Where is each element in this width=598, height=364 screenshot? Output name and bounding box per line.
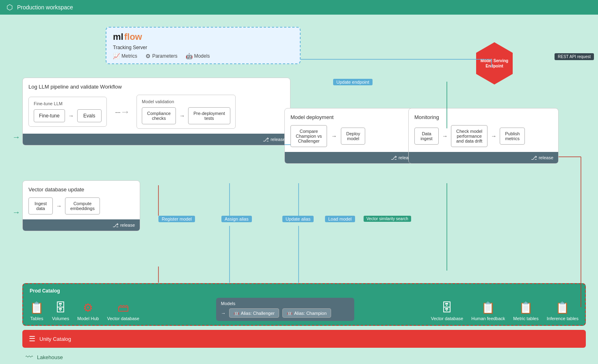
catalog-items-row: 📋 Tables 🗄 Volumes ⚙ Model Hub 🗃 Vector … — [30, 298, 578, 321]
release-icon-1: ⎇ — [263, 136, 269, 143]
model-hub-icon: ⚙ — [83, 301, 93, 314]
publish-metrics: Publish metrics — [500, 128, 525, 145]
model-hub-label: Model Hub — [77, 316, 99, 321]
lakehouse-bar: 〰 Lakehouse — [22, 353, 586, 362]
monitoring-release-text: ⎇ release — [531, 155, 553, 161]
rest-api-badge: REST API request — [555, 53, 594, 60]
top-bar: ⬡ Production workspace — [0, 0, 598, 15]
alias-champion: 🤖 Alias: Champion — [282, 308, 331, 318]
check-model-performance: Check model performance and data drift — [451, 125, 488, 147]
mlflow-metrics: 📈 Metrics — [113, 53, 137, 59]
catalog-model-hub: ⚙ Model Hub — [77, 301, 99, 321]
vector-db-title: Vector database update — [28, 186, 134, 193]
main-content: mlflow Tracking Server 📈 Metrics ⚙ Param… — [0, 15, 598, 364]
human-feedback-icon: 📋 — [481, 301, 495, 314]
monitoring-release-bar: ⎇ release — [409, 152, 558, 163]
lakehouse-icon: 〰 — [26, 353, 33, 362]
volumes-icon: 🗄 — [55, 301, 66, 314]
update-alias-badge: Update alias — [282, 216, 314, 222]
metric-tables-icon: 📋 — [519, 301, 533, 314]
model-validation-box: Model validation Compliance checks → Pre… — [136, 95, 236, 129]
models-aliases-row: → 🤖 Alias: Challenger 🤖 Alias: Champion — [221, 308, 349, 318]
mlflow-parameters: ⚙ Parameters — [145, 53, 178, 59]
workflow-title: Log LLM pipeline and validate Workflow — [28, 84, 284, 90]
vector-release-bar: ⎇ release — [23, 219, 140, 231]
load-model-badge: Load model — [325, 216, 355, 222]
compute-embeddings: Compute embeddings — [65, 197, 100, 214]
catalog-metric-tables: 📋 Metric tables — [513, 301, 538, 321]
metric-tables-label: Metric tables — [513, 316, 538, 321]
release-icon-2: ⎇ — [391, 155, 397, 161]
mlflow-box: mlflow Tracking Server 📈 Metrics ⚙ Param… — [106, 27, 301, 64]
arrow-deploy: → — [331, 133, 337, 139]
arrow-2: → — [179, 113, 185, 119]
green-arrow-2: → — [12, 208, 20, 217]
tracking-server-label: Tracking Server — [113, 45, 293, 50]
deploy-release-bar: ⎇ release — [285, 152, 418, 163]
catalog-vector-label: Vector database — [107, 316, 139, 321]
catalog-tables: 📋 Tables — [30, 301, 44, 321]
vector-right-label: Vector database — [431, 316, 464, 321]
vector-db-box: Vector database update Ingest data → Com… — [22, 180, 140, 231]
unity-catalog-icon: ☰ — [29, 334, 35, 343]
fine-tune-step2: Evals — [77, 109, 102, 122]
update-endpoint-badge: Update endpoint — [333, 79, 373, 85]
data-ingest: Data ingest — [414, 128, 439, 145]
mlflow-models: 🤖 Models — [186, 53, 210, 59]
fine-tune-box: Fine-tune LLM Fine-tune → Evals — [28, 97, 107, 127]
lakehouse-title: Lakehouse — [37, 354, 63, 360]
vector-db-icon: 🗃 — [117, 301, 129, 314]
tables-label: Tables — [30, 316, 43, 321]
catalog-vector-db: 🗃 Vector database — [107, 301, 139, 321]
model-serving-hexagon: Model Serving Endpoint — [476, 42, 513, 84]
fine-tune-step1: Fine-tune — [34, 109, 65, 122]
mlflow-logo: mlflow — [113, 32, 293, 42]
tables-icon: 📋 — [30, 301, 44, 314]
monitoring-box: Monitoring Data ingest → Check model per… — [408, 108, 559, 164]
mlflow-items-row: 📈 Metrics ⚙ Parameters 🤖 Models — [113, 53, 293, 59]
hexagon-text: Model Serving Endpoint — [476, 54, 513, 73]
models-catalog-box: Models → 🤖 Alias: Challenger 🤖 Alias: Ch… — [216, 298, 354, 321]
human-feedback-label: Human feedback — [471, 316, 505, 321]
assign-alias-badge: Assign alias — [221, 216, 252, 222]
workflow-release-bar: ⎇ release — [23, 134, 290, 145]
top-bar-icon: ⬡ — [6, 3, 13, 12]
models-arrow: → — [221, 310, 226, 316]
workflow-box: Log LLM pipeline and validate Workflow F… — [22, 78, 290, 145]
catalog-volumes: 🗄 Volumes — [52, 301, 69, 321]
vector-release-text: ⎇ release — [113, 222, 135, 228]
model-deployment-box: Model deployment Compare Champion vs Cha… — [284, 108, 418, 164]
green-arrow-1: → — [12, 132, 20, 142]
unity-catalog-title: Unity Catalog — [39, 336, 71, 342]
arrow-vec: → — [56, 203, 62, 209]
dashed-connector: - - → — [115, 106, 128, 117]
catalog-vector-db-right: 🗄 Vector database — [431, 301, 464, 321]
arrow-1: → — [68, 113, 74, 119]
unity-catalog-bar: ☰ Unity Catalog — [22, 330, 586, 348]
fine-tune-title: Fine-tune LLM — [34, 101, 102, 106]
release-icon-4: ⎇ — [113, 222, 119, 228]
compare-champion: Compare Champion vs Challenger — [290, 125, 327, 147]
compliance-checks: Compliance checks — [142, 107, 176, 124]
volumes-label: Volumes — [52, 316, 69, 321]
workflow-release-text: ⎇ release — [263, 136, 285, 143]
model-deployment-title: Model deployment — [290, 114, 412, 120]
prod-catalog-title: Prod Catalog — [30, 288, 578, 294]
prod-catalog: Prod Catalog 📋 Tables 🗄 Volumes ⚙ Model … — [22, 283, 586, 326]
vector-right-icon: 🗄 — [441, 301, 453, 314]
pre-deployment-tests: Pre-deployment tests — [188, 107, 230, 124]
alias-challenger: 🤖 Alias: Challenger — [229, 308, 279, 318]
arrow-mon-1: → — [442, 133, 448, 139]
hexagon-container: Model Serving Endpoint — [476, 42, 513, 84]
monitoring-title: Monitoring — [414, 114, 552, 120]
inference-tables-icon: 📋 — [555, 301, 570, 314]
top-bar-title: Production workspace — [17, 4, 73, 11]
inference-tables-label: Inference tables — [547, 316, 578, 321]
model-validation-title: Model validation — [142, 99, 230, 104]
release-icon-3: ⎇ — [531, 155, 537, 161]
ingest-data: Ingest data — [28, 197, 53, 214]
deploy-model: Deploy model — [341, 128, 365, 145]
vector-similarity-badge: Vector similarity search — [364, 216, 411, 222]
catalog-inference-tables: 📋 Inference tables — [547, 301, 578, 321]
models-title: Models — [221, 301, 349, 306]
